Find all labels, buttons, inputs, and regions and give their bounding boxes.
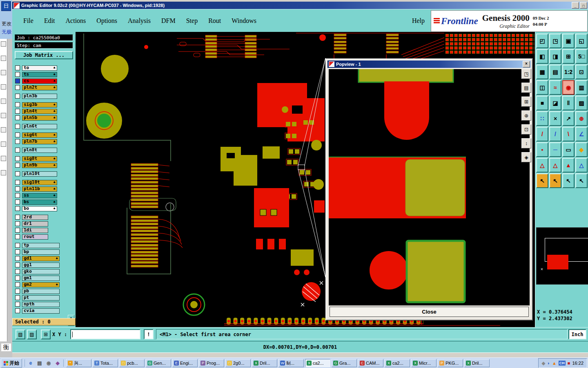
- triangle-1-icon[interactable]: △: [536, 158, 548, 173]
- cursor-4-icon[interactable]: ↖: [575, 173, 588, 188]
- layer-label-cvia[interactable]: cvia: [22, 308, 60, 314]
- layer-checkbox-pln11b[interactable]: [15, 186, 20, 191]
- task-button-12[interactable]: Xca2...: [385, 359, 410, 367]
- doc-view-icon[interactable]: ▤: [549, 65, 561, 79]
- menu-item-analysis[interactable]: Analysis: [122, 17, 156, 25]
- task-button-0[interactable]: *兴...: [66, 359, 91, 367]
- layer-checkbox-tp[interactable]: [15, 243, 20, 248]
- layer-row-pln6t[interactable]: pln6t: [12, 123, 76, 130]
- layer-checkbox-sig10t[interactable]: [15, 180, 20, 185]
- layer-checkbox-bp[interactable]: [15, 249, 20, 254]
- layer-label-bs[interactable]: bs♠: [22, 200, 57, 205]
- layer-row-ss[interactable]: ss♠: [12, 192, 76, 199]
- layer-label-sig10t[interactable]: sig10t♠: [22, 180, 57, 185]
- layer-label-sig8t[interactable]: sig8t♠: [22, 156, 57, 162]
- layer-row-pt[interactable]: pt: [12, 294, 76, 301]
- add-point-icon[interactable]: ⊕: [521, 110, 531, 121]
- layer-row-dr1[interactable]: dr1: [12, 220, 76, 227]
- layer-checkbox-sig6t[interactable]: [15, 132, 20, 137]
- scatter-dots-icon[interactable]: ∷: [536, 111, 548, 126]
- layer-checkbox-pln5b[interactable]: [15, 115, 20, 120]
- layer-row-gm2[interactable]: gm2♠: [12, 281, 76, 288]
- task-button-6[interactable]: □2g0...: [225, 359, 251, 367]
- layer-checkbox-pln7b[interactable]: [15, 139, 20, 144]
- swatch-black-icon[interactable]: ■: [536, 96, 548, 110]
- menu-item-dfm[interactable]: DFM: [156, 17, 181, 25]
- layer-row-pln10t[interactable]: pln10t: [12, 171, 76, 177]
- layer-row-pln9b[interactable]: pln9b♠: [12, 162, 76, 168]
- layer-label-pln8t[interactable]: pln8t: [22, 148, 57, 153]
- layer-checkbox-pln4t[interactable]: [15, 109, 20, 114]
- layer-label-2rd[interactable]: 2rd: [22, 215, 48, 220]
- layer-checkbox-bs[interactable]: [15, 200, 20, 204]
- menu-item-options[interactable]: Options: [91, 17, 122, 25]
- dock-slot[interactable]: [1, 84, 6, 90]
- popview-titlebar[interactable]: Popview - 1 ×: [327, 61, 531, 68]
- hline-blue-icon[interactable]: ─: [549, 142, 561, 157]
- obround-tool-icon[interactable]: ▭: [562, 142, 575, 157]
- layer-label-pln7b[interactable]: pln7b♠: [22, 139, 57, 144]
- task-button-13[interactable]: XMicr...: [411, 359, 437, 367]
- maximize-button[interactable]: □: [580, 2, 587, 9]
- menu-item-help[interactable]: Help: [412, 17, 425, 25]
- dock-label-change[interactable]: 更改: [1, 20, 12, 27]
- fit-small-icon[interactable]: ⊡: [521, 124, 531, 135]
- layer-checkbox-ss[interactable]: [15, 193, 20, 198]
- layer-label-pln5b[interactable]: pln5b♠: [22, 115, 57, 121]
- pick-arrow-icon[interactable]: ↗: [562, 111, 575, 126]
- select-corner-icon[interactable]: ▧: [16, 330, 25, 339]
- layer-label-pln2t[interactable]: pln2t♠: [22, 85, 57, 90]
- layer-label-1di[interactable]: 1di: [22, 228, 48, 233]
- popview-close-button[interactable]: Close: [330, 307, 529, 317]
- open-window-icon[interactable]: ▣: [562, 34, 575, 48]
- layer-label-gm1[interactable]: gm1: [22, 276, 60, 281]
- task-button-11[interactable]: CCAM...: [358, 359, 383, 367]
- layer-row-ts[interactable]: ts♠: [12, 71, 76, 78]
- menu-item-actions[interactable]: Actions: [60, 17, 91, 25]
- layer-label-cs[interactable]: cs♠: [22, 79, 57, 84]
- select-area-icon[interactable]: ▨: [27, 330, 37, 339]
- task-button-9[interactable]: Xca2...: [305, 359, 330, 367]
- task-button-5[interactable]: PProg...: [199, 359, 224, 367]
- layer-row-sig8t[interactable]: sig8t♠: [12, 155, 76, 162]
- layer-label-ts[interactable]: ts♠: [22, 72, 57, 77]
- dup-view-icon[interactable]: ◱: [575, 34, 588, 48]
- dock-slot[interactable]: [1, 99, 6, 104]
- antivirus-icon[interactable]: ◆: [542, 361, 545, 366]
- dock-slot[interactable]: [1, 141, 6, 147]
- command-history-button[interactable]: !: [144, 329, 154, 339]
- task-button-15[interactable]: XDril...: [464, 359, 490, 367]
- target-add-icon[interactable]: ⊕: [575, 111, 588, 126]
- layer-row-pln8t[interactable]: pln8t: [12, 147, 76, 153]
- dock-slot[interactable]: [1, 113, 6, 118]
- layer-row-bs[interactable]: bs♠: [12, 199, 76, 205]
- layer-label-gm2[interactable]: gm2♠: [22, 282, 60, 287]
- new-view-icon[interactable]: ◰: [536, 34, 548, 48]
- browser-icon[interactable]: e: [27, 359, 35, 367]
- table-view-icon[interactable]: ▥: [575, 80, 588, 95]
- triangle-2-icon[interactable]: △: [549, 158, 561, 173]
- dock-app-icon[interactable]: 日: [1, 1, 11, 11]
- window-titlebar[interactable]: Graphic Editor 9.02c2 (00@HY-HYCAM-PC037…: [12, 2, 588, 9]
- layer-checkbox-gg1[interactable]: [15, 263, 20, 267]
- dock-slot[interactable]: [1, 70, 6, 75]
- layer-label-pb[interactable]: pb: [22, 289, 60, 294]
- pad-red-icon[interactable]: ▪: [536, 142, 548, 157]
- layer-checkbox-cs[interactable]: [15, 79, 20, 83]
- diamond-tool-icon[interactable]: ◆: [575, 142, 588, 157]
- layer-label-pln6t[interactable]: pln6t: [22, 124, 57, 129]
- layer-label-tp[interactable]: tp: [22, 243, 60, 248]
- cursor-3-icon[interactable]: ↖: [562, 173, 575, 188]
- layer-checkbox-2rd[interactable]: [15, 215, 20, 220]
- popview-close-icon[interactable]: ×: [523, 61, 530, 67]
- layer-row-2rd[interactable]: 2rd: [12, 214, 76, 220]
- grid-screen-icon[interactable]: ▦: [536, 65, 548, 79]
- layer-label-gd1[interactable]: gd1♠: [22, 256, 60, 261]
- layer-label-rout[interactable]: rout: [22, 234, 48, 240]
- menu-item-windows[interactable]: Windows: [226, 17, 262, 25]
- layer-row-npth[interactable]: npth: [12, 301, 76, 307]
- layer-checkbox-dr1[interactable]: [15, 221, 20, 226]
- layer-row-bo[interactable]: bo♠: [12, 205, 76, 212]
- menu-item-rout[interactable]: Rout: [203, 17, 226, 25]
- layer-row-pln11b[interactable]: pln11b♠: [12, 186, 76, 192]
